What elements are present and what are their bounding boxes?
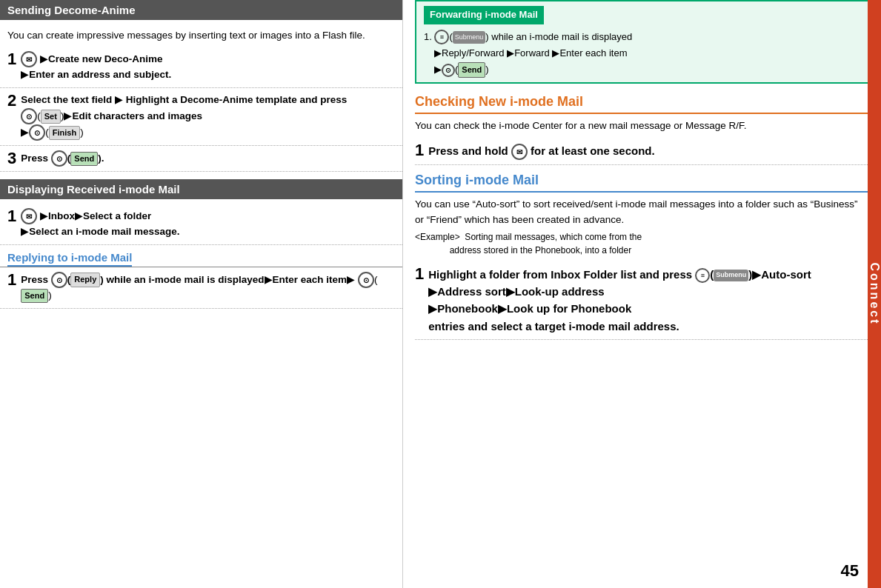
forwarding-title: Forwarding i-mode Mail <box>424 6 544 24</box>
step-num-3: 3 <box>7 150 16 167</box>
step3: 3 Press ⊙(Send). <box>0 146 402 172</box>
step3-content: Press ⊙(Send). <box>21 150 395 167</box>
mail-key-icon: ✉ <box>21 51 37 67</box>
reply-step1-content: Press ⊙(Reply) while an i-mode mail is d… <box>21 272 395 304</box>
connect-accent-bar: Connect <box>868 0 881 588</box>
sending-decome-anime-header: Sending Decome-Anime <box>0 0 402 20</box>
send-btn-s3: Send <box>70 152 98 166</box>
sort-menu-icon: ≡ <box>695 268 710 283</box>
reply-key: ⊙ <box>51 272 67 288</box>
sorting-intro: You can use “Auto-sort” to sort received… <box>415 197 869 230</box>
displaying-header: Displaying Received i-mode Mail <box>0 179 402 199</box>
sort-step1-content: Highlight a folder from Inbox Folder lis… <box>428 266 862 335</box>
sorting-header: Sorting i-mode Mail <box>415 173 539 187</box>
check-step1: 1 Press and hold ✉ for at least one seco… <box>415 138 869 165</box>
connect-label: Connect <box>868 235 881 353</box>
step-num-2: 2 <box>7 93 16 109</box>
fwd-send-key: ⊙ <box>442 64 455 77</box>
step-num-1: 1 <box>7 51 16 67</box>
fwd-submenu-badge: Submenu <box>453 31 486 44</box>
section1-title: Sending Decome-Anime <box>7 4 136 16</box>
reply-step1: 1 Press ⊙(Reply) while an i-mode mail is… <box>0 267 402 309</box>
send-key-s3: ⊙ <box>51 150 67 167</box>
reply-btn: Reply <box>70 273 100 287</box>
sort-submenu-badge: Submenu <box>714 270 748 281</box>
finish-btn: Finish <box>49 126 80 140</box>
check-step1-content: Press and hold ✉ for at least one second… <box>428 142 862 160</box>
page-number: 45 <box>841 561 859 581</box>
finish-key-icon: ⊙ <box>29 124 45 141</box>
reply-send-key: ⊙ <box>358 272 374 288</box>
step2-content: Select the text field ▶ Highlight a Deco… <box>21 93 395 141</box>
step1: 1 ✉ ▶Create new Deco-Anime ▶Enter an add… <box>0 47 402 88</box>
section2-title: Displaying Received i-mode Mail <box>7 183 180 196</box>
inbox-key-icon: ✉ <box>21 208 37 224</box>
checking-intro: You can check the i-mode Center for a ne… <box>415 118 869 138</box>
fwd-menu-icon: ≡ <box>434 30 449 44</box>
reply-send-btn: Send <box>21 289 48 303</box>
set-btn: Set <box>41 110 61 124</box>
sorting-example: <Example> Sorting mail messages, which c… <box>415 230 869 261</box>
right-column: Forwarding i-mode Mail 1. ≡(Submenu) whi… <box>403 0 881 588</box>
sort-step-num-1: 1 <box>415 266 424 282</box>
left-column: Sending Decome-Anime You can create impr… <box>0 0 403 588</box>
replying-header-container: Replying to i-mode Mail <box>0 245 402 267</box>
step1-content: ✉ ▶Create new Deco-Anime ▶Enter an addre… <box>21 51 395 83</box>
sort-step1: 1 Highlight a folder from Inbox Folder l… <box>415 261 869 340</box>
checking-header-container: Checking New i-mode Mail <box>415 91 869 114</box>
fwd-step-num: 1. <box>424 31 432 42</box>
section1-intro: You can create impressive messages by in… <box>0 24 402 47</box>
replying-header: Replying to i-mode Mail <box>7 251 132 267</box>
edit-text: Edit characters and images <box>72 110 202 121</box>
display-step1: 1 ✉ ▶Inbox▶Select a folder ▶Select an i-… <box>0 204 402 245</box>
reply-step-num-1: 1 <box>7 272 16 288</box>
display-step-num-1: 1 <box>7 208 16 224</box>
forwarding-box: Forwarding i-mode Mail 1. ≡(Submenu) whi… <box>415 0 869 84</box>
check-step-num-1: 1 <box>415 142 424 158</box>
sorting-header-container: Sorting i-mode Mail <box>415 165 869 193</box>
checking-header: Checking New i-mode Mail <box>415 94 583 109</box>
check-key: ✉ <box>511 144 528 160</box>
step2: 2 Select the text field ▶ Highlight a De… <box>0 88 402 146</box>
display-step1-content: ✉ ▶Inbox▶Select a folder ▶Select an i-mo… <box>21 208 395 240</box>
fwd-send-btn: Send <box>458 62 485 78</box>
set-key-icon: ⊙ <box>21 108 37 124</box>
